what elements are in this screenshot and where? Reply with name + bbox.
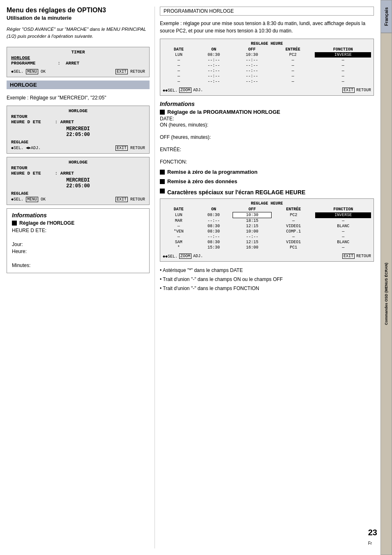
col-entree-2: ENTRÉE [272, 207, 315, 212]
table-row: — --:-- --:-- — — [163, 58, 371, 63]
reglage-heure-table-1: REGLAGE HEURE DATE ON OFF ENTRÉE FONCTIO… [160, 39, 374, 96]
page-number: 23 Fr [368, 528, 377, 547]
timer-header: TIMER [11, 50, 145, 55]
francais-tab: Français [380, 0, 392, 33]
commandes-tab: Commandes OSD (MENUS ÉCRAN) [380, 33, 392, 555]
horloge-header-1: HORLOGE [11, 108, 145, 113]
info-on: ON (heures, minutes): [160, 122, 374, 128]
info-blank1 [160, 128, 374, 134]
col-on: ON [195, 47, 233, 52]
info-blank3 [160, 153, 374, 159]
table-1-footer: ◆◆SEL. ZOOMADJ. EXITRETOUR [163, 88, 371, 93]
right-section-title: PROGRAMMATION HORLOGE [160, 7, 374, 16]
col-entree: ENTRÉE [271, 47, 315, 52]
info-box-left: Informations Réglage de l'HORLOGE HEURE … [7, 208, 150, 273]
col-off: OFF [233, 47, 271, 52]
table-1: DATE ON OFF ENTRÉE FONCTION LUN 08:30 [163, 47, 371, 84]
table-row: — 08:30 12:15 VIDEO1 BLANC [163, 223, 371, 229]
special-section-title: Caractères spéciaux sur l'écran REGLAGE … [160, 189, 374, 196]
info-right-title: Informations [160, 101, 374, 107]
info-right-subtitle: Réglage de la PROGRAMMATION HORLOGE [160, 109, 374, 115]
horloge-row-heure-1: HEURE D ETE : ARRET [11, 120, 145, 124]
remise-zero-data: Remise à zéro des données [160, 178, 374, 184]
horloge-mercredi-2: MERCREDI22:05:00 [11, 177, 145, 189]
info-item-blank2 [12, 256, 144, 261]
table-row: — --:-- --:-- — — [163, 68, 371, 74]
reglage-label-2: REGLAGE [11, 191, 145, 196]
horloge-footer-2: ◆SEL. MENUOK EXITRETOUR [11, 197, 145, 202]
horloge-mercredi-1: MERCREDI22:05:00 [11, 126, 145, 138]
example-mercredi-text: Exemple : Réglage sur "MERCREDI", "22:05… [7, 94, 150, 101]
info-item-jour: Jour: [12, 242, 144, 247]
timer-menu-box: TIMER HORLOGE PROGRAMME : ARRET ◆SEL. ME… [7, 47, 150, 77]
info-item-blank1 [12, 235, 144, 240]
table-2-footer: ◆◆SEL. ZOOMADJ. EXITRETOUR [163, 253, 371, 259]
reglage-heure-table-2: REGLAGE HEURE DATE ON OFF ENTRÉE FONCTIO… [160, 198, 374, 262]
col-fonction: FONCTION [315, 47, 371, 52]
table-row: *VEN 08:30 10:00 COMP.1 — [163, 229, 371, 234]
horloge-bar: HORLOGE [7, 81, 150, 89]
col-off-2: OFF [233, 207, 272, 212]
black-square-icon-3 [160, 170, 165, 175]
black-square-icon-4 [160, 179, 165, 184]
bullet-3: • Trait d'union "-" dans le champs FONCT… [160, 285, 374, 292]
side-tabs: Français Commandes OSD (MENUS ÉCRAN) [380, 0, 392, 555]
table-row: — --:-- --:-- — — [163, 234, 371, 240]
table-row: — --:-- --:-- — — [163, 63, 371, 68]
example-text-right: Exemple : réglage pour une mise sous ten… [160, 20, 374, 35]
info-fonction: FONCTION: [160, 159, 374, 165]
col-date: DATE [163, 47, 195, 52]
table-2: DATE ON OFF ENTRÉE FONCTION LUN 08:30 [163, 207, 371, 250]
info-item-minutes: Minutes: [12, 263, 144, 268]
horloge-menu-box-1: HORLOGE RETOUR HEURE D ETE : ARRET MERCR… [7, 106, 150, 154]
timer-row-programme: PROGRAMME : ARRET [11, 61, 145, 66]
menu-subtitle: Utilisation de la minuterie [7, 15, 150, 21]
info-subtitle-left: Réglage de l'HORLOGE [12, 220, 144, 226]
table-row: LUN 08:30 10:30 PC2 INVERSE [163, 212, 371, 218]
horloge-row-retour-1: RETOUR [11, 114, 145, 119]
remise-zero-prog: Remise à zéro de la programmation [160, 169, 374, 175]
black-square-icon-5 [160, 189, 165, 193]
col-date-2: DATE [163, 207, 194, 212]
table-row: SAM 08:30 12:15 VIDEO1 BLANC [163, 240, 371, 245]
table-row: LUN 08:30 10:30 PC2 INVERSE [163, 52, 371, 58]
table-row: — --:-- --:-- — — [163, 74, 371, 79]
horloge-menu-box-2: HORLOGE RETOUR HEURE D ETE : ARRET MERCR… [7, 157, 150, 205]
info-off: OFF (heures, minutes): [160, 134, 374, 140]
horloge-footer-1: ◆SEL. ◄►ADJ. EXITRETOUR [11, 145, 145, 151]
table-row: — --:-- --:-- — — [163, 79, 371, 84]
horloge-row-heure-2: HEURE D ETE : ARRET [11, 171, 145, 176]
bullet-2: • Trait d'union "-" dans le champs ON ou… [160, 276, 374, 283]
horloge-header-2: HORLOGE [11, 160, 145, 165]
black-square-icon-2 [160, 110, 165, 115]
black-square-icon [12, 221, 17, 226]
info-entree: ENTRÉE: [160, 147, 374, 152]
section-header: Menu des réglages de OPTION3 Utilisation… [7, 7, 150, 21]
info-item-heure2: Heure: [12, 249, 144, 254]
table-2-title: REGLAGE HEURE [163, 201, 371, 206]
timer-footer: ◆SEL. MENUOK EXITRETOUR [11, 69, 145, 74]
info-title-left: Informations [12, 212, 144, 219]
menu-title: Menu des réglages de OPTION3 [7, 7, 150, 14]
table-row: * 15:30 16:00 PC1 — [163, 245, 371, 250]
bullet-1: • Astérisque "*" dans le champs DATE [160, 267, 374, 274]
table-row: MAR --:-- 18:15 — — [163, 218, 371, 224]
reglage-label-1: REGLAGE [11, 140, 145, 145]
col-on-2: ON [194, 207, 233, 212]
info-blank2 [160, 140, 374, 146]
table-1-title: REGLAGE HEURE [163, 41, 371, 46]
info-date: DATE: [160, 116, 374, 122]
info-item-heure: HEURE D ETE: [12, 228, 144, 233]
info-right-section: Informations Réglage de la PROGRAMMATION… [160, 101, 374, 165]
col-fonction-2: FONCTION [315, 207, 371, 212]
instruction-text: Régler "OSD AVANCÉ" sur "MARCHE" dans le… [7, 26, 150, 40]
horloge-row-retour-2: RETOUR [11, 166, 145, 170]
timer-row-horloge: HORLOGE [11, 55, 145, 60]
